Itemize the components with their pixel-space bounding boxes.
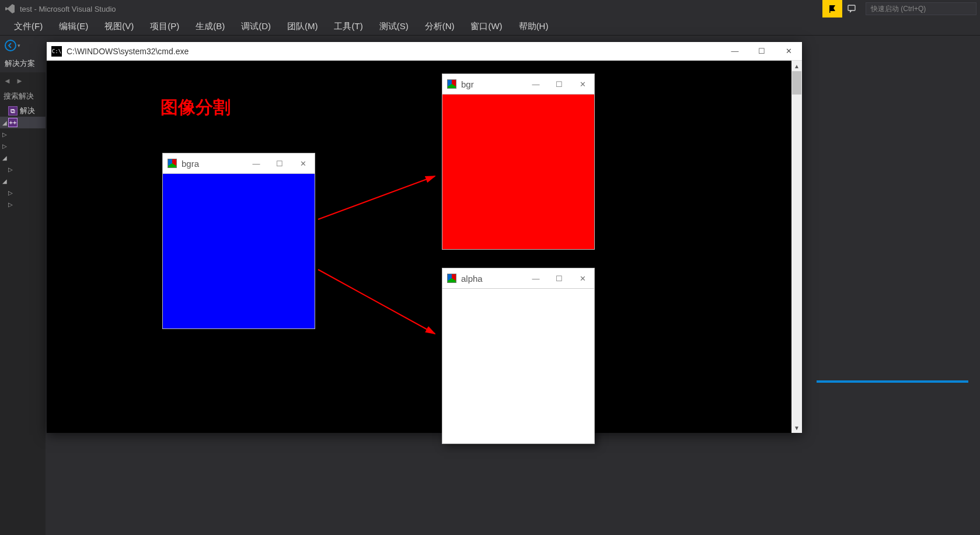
- accent-bar: [817, 380, 968, 383]
- opencv-icon: [447, 274, 456, 283]
- nav-back-dropdown-icon[interactable]: ▾: [18, 43, 20, 48]
- svg-rect-0: [829, 5, 831, 13]
- cmd-close-button[interactable]: ✕: [775, 42, 802, 61]
- project-icon: ++: [8, 118, 18, 127]
- quick-launch-placeholder: 快速启动 (Ctrl+Q): [871, 4, 926, 14]
- opencv-icon: [168, 159, 177, 168]
- menu-project[interactable]: 项目(P): [142, 19, 187, 34]
- cv-bgr-minimize-button[interactable]: —: [524, 74, 547, 94]
- cv-bgr-canvas: [442, 94, 594, 249]
- menu-analyze[interactable]: 分析(N): [417, 19, 463, 34]
- cv-bgra-maximize-button[interactable]: ☐: [268, 153, 291, 173]
- tree-item[interactable]: ◢: [0, 175, 46, 187]
- menu-test[interactable]: 测试(S): [371, 19, 417, 34]
- arrow-bgra-to-alpha: [315, 265, 444, 341]
- solution-icon: ⧉: [8, 106, 18, 116]
- right-panel-area: [805, 37, 980, 535]
- notifications-flag-button[interactable]: [822, 0, 842, 18]
- cv-bgra-minimize-button[interactable]: —: [245, 153, 268, 173]
- nav-back-icon[interactable]: ◄: [4, 76, 11, 85]
- cv-bgr-maximize-button[interactable]: ☐: [547, 74, 571, 94]
- collapse-icon[interactable]: ◢: [1, 120, 8, 126]
- cv-window-alpha-title: alpha: [461, 274, 483, 284]
- vs-logo-icon: [5, 4, 15, 14]
- quick-launch-input[interactable]: 快速启动 (Ctrl+Q): [866, 2, 976, 15]
- cmd-titlebar[interactable]: C:\ C:\WINDOWS\system32\cmd.exe — ☐ ✕: [47, 42, 802, 61]
- expand-icon[interactable]: ▷: [7, 190, 14, 196]
- annotation-heading: 图像分割: [161, 96, 231, 120]
- vs-titlebar: test - Microsoft Visual Studio 快速启动 (Ctr…: [0, 0, 980, 18]
- cv-window-bgr-titlebar[interactable]: bgr — ☐ ✕: [442, 74, 594, 94]
- cv-alpha-close-button[interactable]: ✕: [571, 268, 594, 288]
- tree-solution-node[interactable]: ⧉ 解决: [0, 105, 46, 117]
- collapse-icon[interactable]: ◢: [1, 178, 8, 184]
- menu-window[interactable]: 窗口(W): [462, 19, 510, 34]
- cv-alpha-canvas: [442, 288, 594, 443]
- cmd-window: C:\ C:\WINDOWS\system32\cmd.exe — ☐ ✕ 图像…: [47, 42, 802, 433]
- expand-icon[interactable]: ▷: [1, 131, 8, 138]
- solution-explorer-search[interactable]: 搜索解决: [0, 89, 46, 104]
- cv-window-bgr-title: bgr: [461, 79, 474, 89]
- tree-item[interactable]: ▷: [0, 140, 46, 152]
- app-title: test - Microsoft Visual Studio: [20, 5, 116, 13]
- tree-project-node[interactable]: ◢ ++: [0, 117, 46, 128]
- tree-item[interactable]: ▷: [0, 128, 46, 140]
- tree-item[interactable]: ▷: [0, 163, 46, 175]
- solution-explorer-title: 解决方案: [0, 55, 46, 72]
- arrow-bgra-to-bgr: [315, 172, 444, 224]
- cmd-title: C:\WINDOWS\system32\cmd.exe: [67, 47, 189, 56]
- menu-file[interactable]: 文件(F): [6, 19, 51, 34]
- cmd-client-area: 图像分割 bgra — ☐ ✕ bgr — ☐: [47, 61, 802, 433]
- tree-item[interactable]: ◢: [0, 152, 46, 163]
- feedback-button[interactable]: [842, 0, 862, 18]
- expand-icon[interactable]: ▷: [7, 201, 14, 208]
- solution-explorer-toolbar: ◄ ►: [0, 72, 46, 89]
- nav-back-button[interactable]: [5, 40, 16, 51]
- solution-label: 解决: [20, 106, 35, 116]
- cv-bgra-canvas: [163, 173, 315, 328]
- tree-item[interactable]: ▷: [0, 187, 46, 198]
- scroll-down-icon[interactable]: ▼: [791, 422, 802, 433]
- expand-icon[interactable]: ▷: [1, 143, 8, 149]
- menu-tools[interactable]: 工具(T): [326, 19, 371, 34]
- cv-window-alpha: alpha — ☐ ✕: [442, 268, 595, 444]
- cv-alpha-maximize-button[interactable]: ☐: [547, 268, 571, 288]
- cv-window-bgra: bgra — ☐ ✕: [162, 153, 315, 329]
- cmd-minimize-button[interactable]: —: [721, 42, 748, 61]
- scroll-up-icon[interactable]: ▲: [791, 61, 802, 71]
- expand-icon[interactable]: ▷: [7, 166, 14, 173]
- menu-help[interactable]: 帮助(H): [511, 19, 557, 34]
- cv-bgr-close-button[interactable]: ✕: [571, 74, 594, 94]
- cv-bgra-close-button[interactable]: ✕: [291, 153, 315, 173]
- menu-debug[interactable]: 调试(D): [233, 19, 279, 34]
- svg-rect-1: [848, 5, 855, 11]
- solution-tree: ⧉ 解决 ◢ ++ ▷ ▷ ◢ ▷ ◢ ▷ ▷: [0, 104, 46, 211]
- solution-explorer-panel: 解决方案 ◄ ► 搜索解决 ⧉ 解决 ◢ ++ ▷ ▷ ◢ ▷ ◢ ▷ ▷: [0, 55, 46, 535]
- nav-forward-icon[interactable]: ►: [16, 76, 23, 85]
- tree-item[interactable]: ▷: [0, 198, 46, 210]
- cv-window-bgr: bgr — ☐ ✕: [442, 74, 595, 250]
- cv-window-alpha-titlebar[interactable]: alpha — ☐ ✕: [442, 268, 594, 288]
- cmd-icon: C:\: [51, 46, 62, 57]
- cv-window-bgra-titlebar[interactable]: bgra — ☐ ✕: [163, 153, 315, 173]
- menu-team[interactable]: 团队(M): [279, 19, 326, 34]
- cmd-scrollbar[interactable]: ▲ ▼: [791, 61, 802, 433]
- cv-alpha-minimize-button[interactable]: —: [524, 268, 547, 288]
- svg-line-2: [318, 176, 435, 219]
- menu-view[interactable]: 视图(V): [96, 19, 142, 34]
- menu-edit[interactable]: 编辑(E): [51, 19, 96, 34]
- cmd-maximize-button[interactable]: ☐: [748, 42, 775, 61]
- vs-menubar: 文件(F) 编辑(E) 视图(V) 项目(P) 生成(B) 调试(D) 团队(M…: [0, 18, 980, 35]
- collapse-icon[interactable]: ◢: [1, 155, 8, 161]
- menu-build[interactable]: 生成(B): [187, 19, 233, 34]
- svg-line-3: [318, 270, 435, 334]
- scroll-thumb[interactable]: [792, 71, 801, 95]
- cv-window-bgra-title: bgra: [182, 159, 199, 169]
- opencv-icon: [447, 79, 456, 89]
